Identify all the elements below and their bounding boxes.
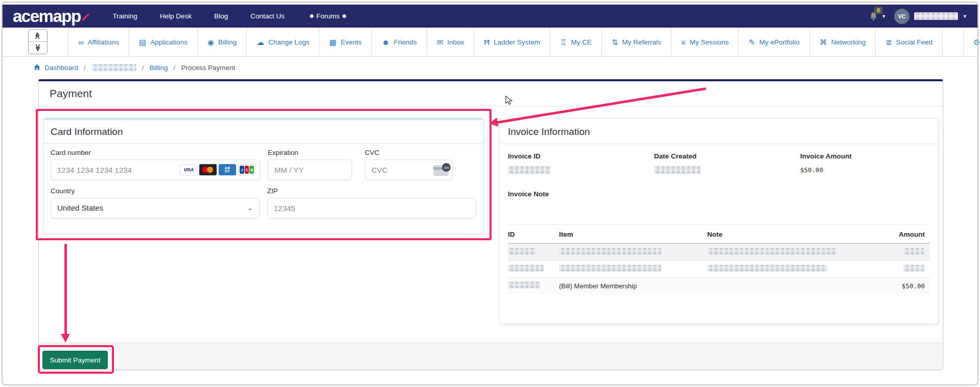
card-number-group: Card number VISA AMEX JCB (51, 149, 260, 180)
redacted-cell (508, 265, 544, 271)
tab-my-referrals[interactable]: ⇅My Referrals (602, 28, 671, 56)
tab-applications[interactable]: ▤Applications (129, 28, 198, 56)
country-selected-value: United States (57, 198, 103, 218)
country-group: Country United States ⌄ (51, 187, 260, 218)
visa-icon: VISA (180, 164, 197, 175)
country-select[interactable]: United States ⌄ (51, 198, 260, 218)
invoice-note-label: Invoice Note (508, 190, 930, 198)
breadcrumb-billing[interactable]: Billing (150, 64, 168, 72)
country-label: Country (51, 187, 260, 195)
zip-label: ZIP (267, 187, 476, 195)
tab-my-eportfolio[interactable]: ✎My ePortfolio (739, 28, 809, 56)
col-amount: Amount (868, 231, 925, 238)
invoice-amount-value: $50.00 (800, 166, 930, 174)
app-logo-text: acemapp (13, 8, 81, 25)
sitemap-icon: ⌘ (820, 38, 827, 46)
cvc-card-icon: 135 (433, 165, 449, 176)
redacted-cell (707, 265, 827, 271)
tab-my-sessions[interactable]: ≡My Sessions (671, 28, 739, 56)
nav-blog[interactable]: Blog (214, 12, 228, 20)
tab-ladder-system[interactable]: ĦLadder System (474, 28, 550, 56)
redacted-cell (508, 282, 541, 288)
expiration-group: Expiration (268, 149, 352, 180)
ladder-icon: Ħ (484, 38, 489, 46)
notification-count-badge: 0 (874, 7, 882, 14)
tabbar-spacer (943, 28, 964, 56)
tab-inbox[interactable]: ✉Inbox (427, 28, 475, 56)
invoice-information-title: Invoice Information (500, 119, 938, 144)
card-information-title: Card Information (44, 120, 483, 144)
nav-help-desk[interactable]: Help Desk (160, 12, 192, 20)
card-number-label: Card number (51, 149, 260, 156)
invoice-id-label: Invoice ID (508, 152, 654, 160)
breadcrumb-dashboard[interactable]: Dashboard (33, 64, 78, 72)
col-item: Item (559, 231, 707, 238)
tab-more[interactable]: ⚙More▾ (964, 28, 980, 56)
zip-group: ZIP (267, 187, 476, 218)
link-icon: ∞ (78, 38, 84, 46)
tab-networking[interactable]: ⌘Networking (810, 28, 876, 56)
table-row (508, 261, 930, 278)
logo-accent-mark (82, 7, 89, 24)
cvc-group: CVC 135 (365, 149, 453, 180)
amex-icon: AMEX (219, 164, 236, 175)
nav-contact-us[interactable]: Contact Us (250, 12, 285, 20)
gear-icon: ⚙ (973, 38, 980, 46)
amount-cell: $50.00 (868, 282, 925, 290)
redacted-cell (559, 248, 661, 255)
redacted-invoice-id (508, 166, 551, 174)
submit-payment-button[interactable]: Submit Payment (42, 351, 108, 369)
chevron-down-icon: ▼ (963, 14, 967, 19)
double-chevron-up-icon: ≪ (34, 32, 41, 39)
redacted-username (914, 12, 958, 20)
invoice-body: Invoice ID Date Created Invoice Amount $… (500, 144, 938, 294)
cloud-icon: ☁ (256, 38, 264, 46)
tab-change-logs[interactable]: ☁Change Logs (247, 28, 319, 56)
pen-icon: ✎ (749, 38, 755, 46)
scroll-up-button[interactable]: ≪ (29, 30, 47, 41)
exchange-arrows-icon: ⇅ (612, 38, 618, 46)
topnav-links: Training Help Desk Blog Contact Us ✸Foru… (113, 12, 349, 20)
table-row: (Bill) Member Membership $50.00 (508, 278, 930, 294)
table-row (508, 244, 930, 261)
payment-title: Payment (39, 81, 943, 106)
scroll-down-button[interactable]: ≪ (29, 41, 47, 54)
app-logo[interactable]: acemapp (13, 8, 89, 25)
tab-events[interactable]: ▦Events (319, 28, 371, 56)
mastercard-icon (199, 164, 217, 175)
user-menu[interactable]: VC ▼ (894, 9, 967, 24)
breadcrumb: Dashboard / / Billing / Process Payment (3, 57, 235, 78)
tab-scroller: ≪ ≪ (28, 29, 48, 54)
breadcrumb-separator: / (174, 64, 176, 72)
zip-input[interactable] (267, 198, 476, 218)
nav-training[interactable]: Training (113, 12, 137, 20)
card-brand-icons: VISA AMEX JCB (180, 164, 255, 175)
item-cell: (Bill) Member Membership (559, 282, 707, 290)
tab-billing[interactable]: ◉Billing (198, 28, 247, 56)
tab-my-ce[interactable]: ♖My CE (550, 28, 602, 56)
nav-forums[interactable]: ✸Forums✸ (307, 12, 349, 20)
date-created-label: Date Created (654, 152, 800, 160)
chevron-down-icon: ⌄ (247, 198, 253, 218)
list-icon: ≡ (681, 38, 686, 46)
top-navbar: acemapp Training Help Desk Blog Contact … (3, 5, 977, 28)
invoice-items-table: ID Item Note Amount (508, 224, 930, 294)
section-tabbar: ∞Affiliations ▤Applications ◉Billing ☁Ch… (3, 28, 977, 57)
breadcrumb-separator: / (142, 64, 144, 72)
tab-friends[interactable]: ☻Friends (372, 28, 427, 56)
payment-card: Payment Card Information Card number VIS… (38, 79, 943, 370)
tab-social-feed[interactable]: ≣Social Feed (876, 28, 943, 56)
redacted-date-created (654, 166, 701, 174)
inbox-icon: ✉ (437, 38, 444, 46)
redacted-cell (559, 265, 661, 271)
jcb-icon: JCB (238, 164, 255, 175)
chevron-down-icon: ▼ (881, 14, 886, 19)
expiration-input[interactable] (268, 160, 352, 180)
redacted-breadcrumb-item (91, 64, 136, 71)
card-information-panel: Card Information Card number VISA AMEX J… (43, 118, 483, 234)
card-information-body: Card number VISA AMEX JCB Expiration CVC (44, 144, 483, 223)
star-icon: ✸ (342, 13, 347, 20)
billing-icon: ◉ (207, 38, 214, 46)
notifications-button[interactable]: 0 ▼ (868, 11, 886, 22)
tab-affiliations[interactable]: ∞Affiliations (68, 28, 129, 56)
